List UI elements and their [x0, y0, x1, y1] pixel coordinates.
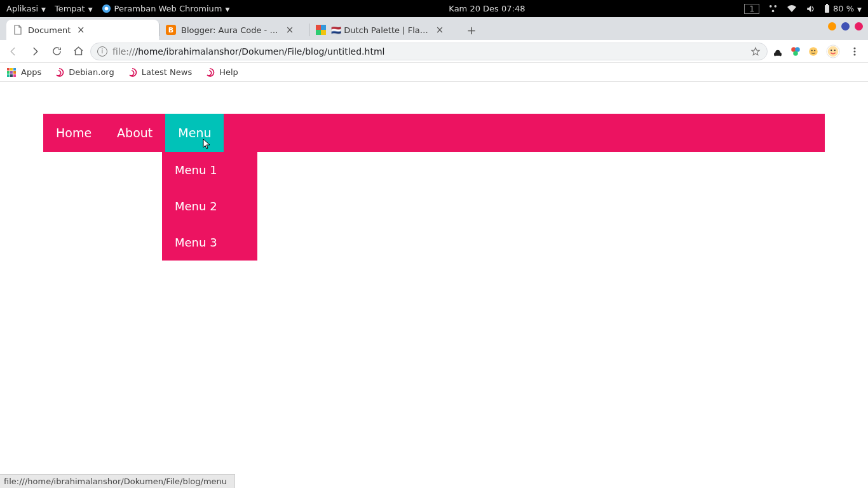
svg-rect-28 [13, 68, 16, 71]
maximize-dot[interactable] [841, 22, 850, 30]
profile-button[interactable] [824, 42, 843, 61]
nav-submenu: Menu 1 Menu 2 Menu 3 [162, 152, 257, 261]
debian-swirl-icon [127, 67, 137, 78]
close-icon[interactable]: × [435, 24, 445, 36]
desktop-top-bar: Aplikasi ▼ Tempat ▼ Peramban Web Chromiu… [0, 0, 868, 17]
svg-rect-31 [13, 71, 16, 74]
svg-rect-32 [7, 74, 10, 77]
bookmarks-bar: Apps Debian.org Latest News Help [0, 63, 868, 82]
chevron-down-icon: ▼ [857, 6, 862, 13]
nav-item-home[interactable]: Home [43, 114, 104, 152]
svg-point-21 [831, 50, 832, 51]
svg-point-22 [834, 50, 836, 51]
svg-point-18 [814, 50, 815, 51]
chevron-down-icon: ▼ [88, 6, 93, 13]
apps-shortcut[interactable]: Apps [6, 67, 41, 78]
accessibility-icon[interactable] [768, 4, 778, 13]
url-scheme: file:// [112, 46, 135, 57]
browser-tab[interactable]: 🇳🇱 Dutch Palette | Flat UI Co… × [309, 20, 459, 40]
svg-rect-27 [10, 68, 13, 71]
bookmark-help[interactable]: Help [205, 67, 238, 78]
chevron-down-icon: ▼ [41, 6, 46, 13]
submenu-item[interactable]: Menu 3 [162, 224, 257, 261]
svg-rect-6 [826, 4, 828, 5]
forward-button[interactable] [25, 42, 44, 61]
extension-icon[interactable] [770, 44, 785, 59]
status-url: file:///home/ibrahimalanshor/Dokumen/Fil… [4, 477, 227, 486]
extension-icon[interactable] [806, 44, 821, 59]
volume-icon[interactable] [806, 4, 815, 13]
page-viewport: Home About Menu Menu 1 Menu 2 Menu 3 fil… [0, 82, 868, 488]
extension-icon[interactable] [788, 44, 803, 59]
url-path: /home/ibrahimalanshor/Dokumen/File/blog/… [135, 46, 384, 57]
menu-label: Tempat [55, 4, 85, 13]
chevron-down-icon: ▼ [226, 6, 230, 13]
home-button[interactable] [69, 42, 88, 61]
battery-label: 80 % [833, 4, 854, 13]
svg-rect-5 [825, 5, 829, 13]
nav-item-menu[interactable]: Menu [165, 114, 224, 152]
wifi-icon[interactable] [787, 4, 797, 13]
browser-tab-strip: Document × B Blogger: Aura Code - Semua…… [0, 17, 868, 40]
svg-point-3 [774, 5, 776, 8]
svg-rect-33 [10, 74, 13, 77]
svg-point-16 [809, 47, 818, 56]
bookmark-label: Debian.org [69, 67, 114, 77]
svg-rect-12 [321, 30, 326, 35]
new-tab-button[interactable]: + [463, 21, 480, 39]
clock-label: Kam 20 Des 07:48 [449, 4, 525, 13]
tab-title: 🇳🇱 Dutch Palette | Flat UI Co… [331, 25, 430, 35]
back-button[interactable] [4, 42, 23, 61]
svg-rect-26 [7, 68, 10, 71]
svg-point-2 [770, 5, 772, 8]
battery-indicator[interactable]: 80 % ▼ [824, 4, 862, 13]
close-icon[interactable]: × [76, 24, 86, 36]
palette-icon [316, 25, 326, 35]
svg-rect-11 [316, 30, 321, 35]
browser-tab-active[interactable]: Document × [6, 20, 159, 40]
gnome-applications-menu[interactable]: Aplikasi ▼ [6, 4, 46, 13]
tab-title: Blogger: Aura Code - Semua… [181, 25, 280, 35]
link-status-bar: file:///home/ibrahimalanshor/Dokumen/Fil… [0, 474, 235, 488]
blogger-icon: B [166, 25, 176, 35]
debian-swirl-icon [54, 67, 64, 78]
address-bar[interactable]: i file:///home/ibrahimalanshor/Dokumen/F… [90, 43, 768, 60]
svg-point-24 [853, 50, 855, 52]
bookmark-label: Help [219, 67, 238, 77]
bookmark-latest-news[interactable]: Latest News [127, 67, 192, 78]
window-controls [828, 22, 863, 30]
browser-tab[interactable]: B Blogger: Aura Code - Semua… × [159, 20, 309, 40]
tab-title: Document [28, 25, 71, 35]
gnome-active-app[interactable]: Peramban Web Chromium ▼ [102, 4, 230, 13]
chromium-icon [102, 4, 111, 13]
bookmark-label: Latest News [142, 67, 192, 77]
svg-point-15 [793, 51, 798, 56]
submenu-item[interactable]: Menu 1 [162, 152, 257, 188]
close-icon[interactable]: × [285, 24, 295, 36]
svg-text:B: B [168, 26, 173, 34]
app-name-label: Peramban Web Chromium [114, 4, 222, 13]
svg-point-4 [772, 10, 775, 12]
workspace-indicator[interactable]: 1 [744, 4, 759, 14]
chrome-menu-button[interactable] [845, 42, 864, 61]
svg-point-23 [853, 47, 855, 49]
nav-item-about[interactable]: About [104, 114, 165, 152]
bookmark-debian[interactable]: Debian.org [54, 67, 114, 78]
svg-point-1 [104, 7, 108, 11]
svg-rect-30 [10, 71, 13, 74]
site-info-icon[interactable]: i [97, 46, 107, 57]
bookmark-label: Apps [21, 67, 41, 77]
reload-button[interactable] [47, 42, 66, 61]
minimize-dot[interactable] [828, 22, 836, 30]
svg-rect-34 [13, 74, 16, 77]
star-icon[interactable] [750, 46, 761, 57]
submenu-item[interactable]: Menu 2 [162, 188, 257, 224]
battery-icon [824, 4, 830, 13]
gnome-places-menu[interactable]: Tempat ▼ [55, 4, 93, 13]
gnome-clock[interactable]: Kam 20 Des 07:48 [229, 4, 744, 13]
debian-swirl-icon [205, 67, 215, 78]
svg-point-20 [828, 46, 839, 57]
menu-label: Aplikasi [6, 4, 38, 13]
close-dot[interactable] [855, 22, 863, 30]
file-icon [13, 25, 23, 35]
